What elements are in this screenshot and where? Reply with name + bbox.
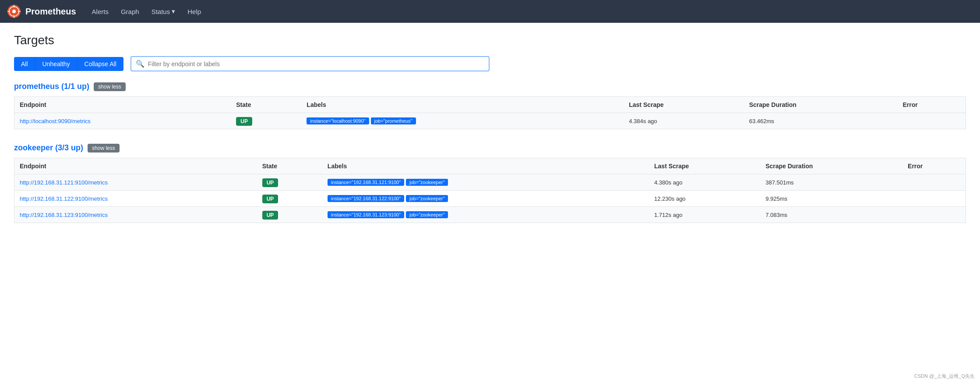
prometheus-logo-icon <box>7 4 21 18</box>
state-badge: UP <box>262 178 278 187</box>
col-header-state: State <box>231 97 301 113</box>
col-header-labels: Labels <box>322 158 649 174</box>
state-badge: UP <box>262 211 278 220</box>
all-button[interactable]: All <box>14 57 35 71</box>
labels-cell: instance="localhost:9090"job="prometheus… <box>301 113 624 129</box>
last-scrape-cell: 1.712s ago <box>649 207 760 223</box>
scrape-duration-cell: 9.925ms <box>760 191 902 207</box>
state-cell: UP <box>257 191 322 207</box>
navbar: Prometheus Alerts Graph Status ▾ Help <box>0 0 980 23</box>
prometheus-section-show-less-button[interactable]: show less <box>94 82 126 91</box>
prometheus-section-title: prometheus (1/1 up) <box>14 82 89 91</box>
label-badge: job="zookeeper" <box>406 195 448 202</box>
endpoint-cell: http://192.168.31.121:9100/metrics <box>14 174 257 191</box>
col-header-state: State <box>257 158 322 174</box>
state-cell: UP <box>257 207 322 223</box>
zookeeper-section: zookeeper (3/3 up)show lessEndpointState… <box>14 143 966 223</box>
filter-bar: All Unhealthy Collapse All 🔍 <box>14 56 966 71</box>
label-badge: instance="192.168.31.122:9100" <box>328 195 404 202</box>
error-cell <box>898 113 966 129</box>
page-title: Targets <box>14 33 966 47</box>
prometheus-section-header: prometheus (1/1 up)show less <box>14 82 966 91</box>
last-scrape-cell: 12.230s ago <box>649 191 760 207</box>
collapse-all-button[interactable]: Collapse All <box>77 57 123 71</box>
help-link[interactable]: Help <box>182 4 206 19</box>
table-row: http://localhost:9090/metricsUPinstance=… <box>14 113 966 129</box>
label-badge: instance="localhost:9090" <box>307 117 369 124</box>
filter-buttons: All Unhealthy Collapse All <box>14 57 123 71</box>
zookeeper-section-table: EndpointStateLabelsLast ScrapeScrape Dur… <box>14 158 966 223</box>
error-cell <box>902 207 966 223</box>
zookeeper-section-header: zookeeper (3/3 up)show less <box>14 143 966 152</box>
endpoint-cell: http://localhost:9090/metrics <box>14 113 231 129</box>
main-content: Targets All Unhealthy Collapse All 🔍 pro… <box>0 23 980 248</box>
col-header-error: Error <box>902 158 966 174</box>
search-input[interactable] <box>148 60 484 67</box>
col-header-labels: Labels <box>301 97 624 113</box>
last-scrape-cell: 4.384s ago <box>624 113 744 129</box>
svg-point-2 <box>12 10 16 13</box>
state-cell: UP <box>257 174 322 191</box>
scrape-duration-cell: 7.083ms <box>760 207 902 223</box>
label-badge: job="zookeeper" <box>406 179 448 186</box>
endpoint-link[interactable]: http://192.168.31.122:9100/metrics <box>20 195 108 202</box>
col-header-scrape-duration: Scrape Duration <box>744 97 898 113</box>
state-badge: UP <box>236 117 252 126</box>
col-header-endpoint: Endpoint <box>14 158 257 174</box>
table-row: http://192.168.31.122:9100/metricsUPinst… <box>14 191 966 207</box>
endpoint-link[interactable]: http://192.168.31.121:9100/metrics <box>20 179 108 186</box>
search-wrapper: 🔍 <box>130 56 490 71</box>
col-header-last-scrape: Last Scrape <box>649 158 760 174</box>
endpoint-cell: http://192.168.31.122:9100/metrics <box>14 191 257 207</box>
zookeeper-section-show-less-button[interactable]: show less <box>88 144 120 152</box>
scrape-duration-cell: 387.501ms <box>760 174 902 191</box>
label-badge: instance="192.168.31.123:9100" <box>328 211 404 218</box>
label-badge: job="zookeeper" <box>406 211 448 218</box>
label-badge: job="prometheus" <box>371 117 416 124</box>
col-header-endpoint: Endpoint <box>14 97 231 113</box>
nav-menu: Alerts Graph Status ▾ Help <box>87 4 206 19</box>
col-header-error: Error <box>898 97 966 113</box>
labels-cell: instance="192.168.31.122:9100"job="zooke… <box>322 191 649 207</box>
label-badge: instance="192.168.31.121:9100" <box>328 179 404 186</box>
brand-link[interactable]: Prometheus <box>7 4 76 18</box>
status-dropdown[interactable]: Status ▾ <box>146 4 181 19</box>
error-cell <box>902 191 966 207</box>
error-cell <box>902 174 966 191</box>
zookeeper-section-title: zookeeper (3/3 up) <box>14 143 83 152</box>
search-icon: 🔍 <box>136 60 145 68</box>
chevron-down-icon: ▾ <box>172 7 175 15</box>
last-scrape-cell: 4.380s ago <box>649 174 760 191</box>
scrape-duration-cell: 63.462ms <box>744 113 898 129</box>
endpoint-link[interactable]: http://192.168.31.123:9100/metrics <box>20 212 108 218</box>
col-header-last-scrape: Last Scrape <box>624 97 744 113</box>
brand-label: Prometheus <box>25 7 76 17</box>
table-row: http://192.168.31.121:9100/metricsUPinst… <box>14 174 966 191</box>
unhealthy-button[interactable]: Unhealthy <box>35 57 77 71</box>
sections-container: prometheus (1/1 up)show lessEndpointStat… <box>14 82 966 223</box>
prometheus-section-table: EndpointStateLabelsLast ScrapeScrape Dur… <box>14 96 966 129</box>
graph-link[interactable]: Graph <box>116 4 145 19</box>
endpoint-cell: http://192.168.31.123:9100/metrics <box>14 207 257 223</box>
table-row: http://192.168.31.123:9100/metricsUPinst… <box>14 207 966 223</box>
endpoint-link[interactable]: http://localhost:9090/metrics <box>20 118 91 124</box>
state-cell: UP <box>231 113 301 129</box>
alerts-link[interactable]: Alerts <box>87 4 114 19</box>
state-badge: UP <box>262 195 278 203</box>
labels-cell: instance="192.168.31.123:9100"job="zooke… <box>322 207 649 223</box>
labels-cell: instance="192.168.31.121:9100"job="zooke… <box>322 174 649 191</box>
prometheus-section: prometheus (1/1 up)show lessEndpointStat… <box>14 82 966 129</box>
col-header-scrape-duration: Scrape Duration <box>760 158 902 174</box>
